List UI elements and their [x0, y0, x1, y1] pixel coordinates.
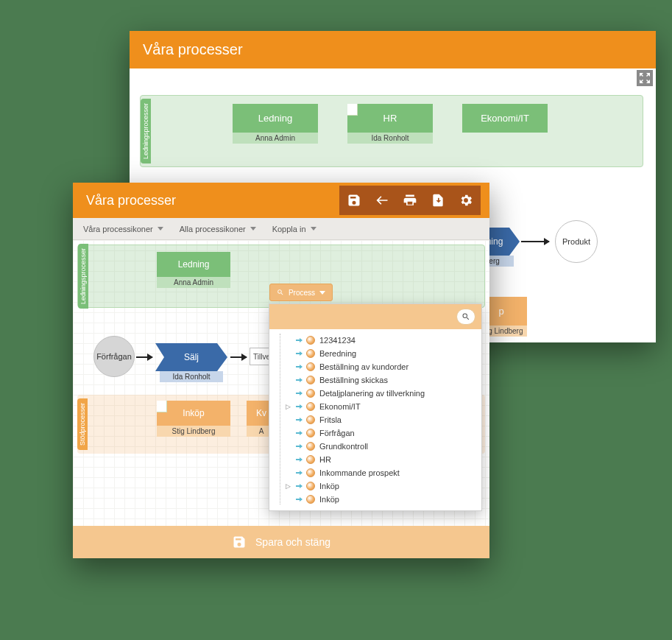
- process-icon: [306, 415, 315, 424]
- box-label: Ekonomi/IT: [462, 104, 548, 133]
- toolbar: [339, 186, 481, 215]
- arrow-icon: [296, 419, 302, 421]
- arrow-icon: [296, 393, 302, 394]
- filter-row: Våra processikoner Alla processikoner Ko…: [73, 218, 489, 240]
- box-ledning-back[interactable]: Ledning Anna Admin: [233, 104, 318, 144]
- fullscreen-icon[interactable]: [637, 70, 653, 86]
- process-dropdown-button[interactable]: Process: [269, 284, 333, 301]
- process-icon: [306, 362, 315, 371]
- save-close-button[interactable]: Spara och stäng: [73, 526, 489, 558]
- filter-all-icons[interactable]: Alla processikoner: [180, 225, 256, 233]
- box-owner: Ida Ronholt: [347, 133, 433, 144]
- box-label: Inköp: [157, 401, 230, 426]
- doc-icon: [347, 104, 358, 116]
- arrow-icon: [521, 241, 549, 242]
- process-popup: Process 12341234 Beredning Beställning a…: [269, 303, 482, 511]
- lane-tab-stod-front: Stödprocesser: [77, 398, 88, 450]
- box-ekonomi-back[interactable]: Ekonomi/IT: [462, 104, 548, 133]
- box-inkop-front[interactable]: Inköp Stig Lindberg: [157, 401, 230, 437]
- tree-item[interactable]: Fritsla: [277, 413, 477, 426]
- arrow-icon: [296, 472, 302, 474]
- node-label: Förfrågan: [96, 352, 132, 361]
- filter-our-icons[interactable]: Våra processikoner: [83, 225, 163, 233]
- lane-tab-ledning-front: Ledningsprocesser: [78, 244, 88, 309]
- chev-owner-salj: Ida Ronholt: [160, 371, 223, 382]
- box-label: Tillve: [253, 353, 270, 361]
- process-icon: [306, 376, 315, 384]
- tree-guide: [280, 334, 280, 504]
- canvas-front[interactable]: Ledningsprocesser Ledning Anna Admin För…: [73, 240, 489, 529]
- chevron-down-icon: [158, 227, 163, 231]
- chev-salj[interactable]: Sälj: [155, 343, 227, 371]
- box-hr-back[interactable]: HR Ida Ronholt: [347, 104, 433, 144]
- box-label: Ledning: [233, 104, 318, 133]
- process-icon: [306, 402, 315, 411]
- arrow-icon: [296, 379, 302, 381]
- chev-label: Sälj: [184, 352, 199, 362]
- process-icon: [306, 468, 315, 477]
- arrow-icon: [296, 459, 302, 460]
- title-bar-front: Våra processer: [73, 183, 489, 218]
- arrow-icon: [296, 406, 302, 407]
- box-ledning-front[interactable]: Ledning Anna Admin: [157, 252, 230, 288]
- arrow-icon: [296, 499, 302, 500]
- box-owner: Anna Admin: [157, 277, 230, 288]
- tree-item[interactable]: Beredning: [277, 347, 477, 360]
- dropdown-label: Process: [289, 289, 315, 297]
- node-label: Produkt: [562, 237, 590, 246]
- popup-header: [269, 304, 481, 329]
- process-icon: [306, 389, 315, 398]
- node-forfragan[interactable]: Förfrågan: [93, 336, 135, 377]
- filter-connect[interactable]: Koppla in: [272, 225, 316, 233]
- process-icon: [306, 482, 315, 490]
- tree-item[interactable]: Beställning skickas: [277, 373, 477, 387]
- chevron-down-icon: [250, 227, 256, 231]
- window-front: Våra processer Våra processikoner Alla p…: [73, 183, 489, 558]
- title-front: Våra processer: [86, 193, 176, 208]
- settings-icon[interactable]: [453, 187, 479, 214]
- node-produkt[interactable]: Produkt: [555, 220, 598, 263]
- box-label: HR: [347, 104, 433, 133]
- arrow-icon: [136, 356, 152, 358]
- print-icon[interactable]: [397, 187, 423, 214]
- process-tree[interactable]: 12341234 Beredning Beställning av kundor…: [269, 329, 481, 510]
- process-icon: [306, 442, 315, 451]
- tree-item[interactable]: Förfrågan: [277, 426, 477, 440]
- tree-item[interactable]: Detaljplanering av tillverkning: [277, 387, 477, 400]
- save-icon[interactable]: [341, 187, 367, 214]
- save-icon: [232, 535, 247, 549]
- box-label: Ledning: [157, 252, 230, 277]
- lane-tab-ledning-back: Ledningsprocesser: [141, 99, 151, 163]
- tree-item[interactable]: ▷Ekonomi/IT: [277, 400, 477, 413]
- process-icon: [306, 495, 315, 504]
- tree-item[interactable]: Inkommande prospekt: [277, 466, 477, 479]
- tree-item[interactable]: Grundkontroll: [277, 440, 477, 453]
- process-icon: [306, 455, 315, 464]
- arrow-icon: [296, 446, 302, 447]
- export-icon[interactable]: [425, 187, 451, 214]
- expand-strip: [130, 68, 656, 88]
- process-icon: [306, 349, 315, 358]
- arrow-icon: [296, 432, 302, 434]
- tree-item[interactable]: Beställning av kundorder: [277, 360, 477, 373]
- search-icon[interactable]: [456, 309, 475, 325]
- box-owner: Anna Admin: [233, 133, 318, 144]
- chevron-down-icon: [319, 291, 325, 295]
- save-label: Spara och stäng: [255, 536, 330, 548]
- process-icon: [306, 336, 315, 345]
- arrow-icon: [296, 340, 302, 341]
- tree-item[interactable]: Inköp: [277, 493, 477, 506]
- title-back: Våra processer: [143, 41, 243, 58]
- tree-item[interactable]: HR: [277, 453, 477, 466]
- tree-item[interactable]: 12341234: [277, 334, 477, 347]
- chevron-down-icon: [311, 227, 316, 231]
- doc-icon: [157, 401, 167, 412]
- arrow-icon: [296, 353, 302, 354]
- box-owner: Stig Lindberg: [157, 426, 230, 437]
- process-icon: [306, 429, 315, 437]
- tree-item[interactable]: ▷Inköp: [277, 479, 477, 493]
- back-icon[interactable]: [369, 187, 395, 214]
- arrow-icon: [296, 366, 302, 368]
- title-bar-back: Våra processer: [130, 31, 656, 68]
- arrow-icon: [296, 485, 302, 487]
